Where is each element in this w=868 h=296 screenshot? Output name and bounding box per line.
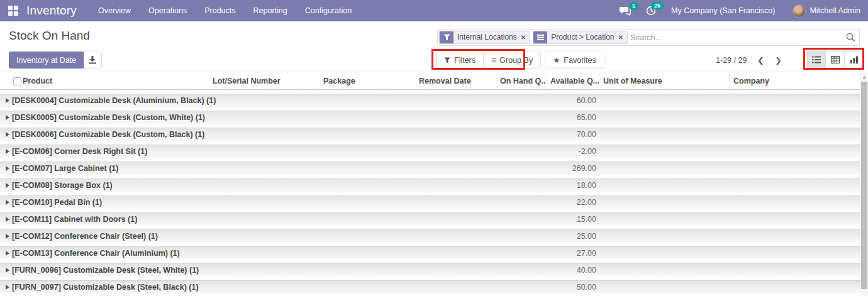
nav-menu: Overview Operations Products Reporting C… bbox=[89, 0, 360, 21]
pager-previous-icon[interactable]: ❮ bbox=[752, 56, 769, 65]
group-row-qty: 50.00 bbox=[577, 281, 596, 293]
group-row-qty: 269.00 bbox=[572, 162, 596, 175]
expand-caret-icon bbox=[6, 166, 9, 171]
group-row[interactable]: [E-COM07] Large Cabinet (1) 269.00 bbox=[0, 162, 860, 175]
column-header-company[interactable]: Company bbox=[729, 74, 853, 89]
panel-divider bbox=[0, 72, 868, 72]
group-row-qty: -2.00 bbox=[579, 145, 597, 158]
expand-caret-icon bbox=[6, 285, 9, 290]
pager-next-icon[interactable]: ❯ bbox=[769, 56, 787, 65]
nav-item-products[interactable]: Products bbox=[196, 0, 244, 21]
group-row-label: [DESK0006] Customizable Desk (Custom, Bl… bbox=[12, 130, 204, 139]
expand-caret-icon bbox=[6, 217, 9, 222]
search-input[interactable] bbox=[630, 33, 846, 42]
pivot-view-button[interactable] bbox=[826, 51, 845, 69]
group-row-qty: 18.00 bbox=[577, 179, 596, 192]
favorites-label: Favorites bbox=[564, 56, 596, 65]
select-all-cell bbox=[0, 74, 23, 89]
group-row-label: [E-COM06] Corner Desk Right Sit (1) bbox=[12, 147, 147, 156]
column-header-available-qty[interactable]: Available Q... bbox=[546, 74, 599, 89]
group-row[interactable]: [DESK0006] Customizable Desk (Custom, Bl… bbox=[0, 128, 860, 141]
group-row[interactable]: [FURN_0096] Customizable Desk (Steel, Wh… bbox=[0, 263, 860, 277]
facet-internal-locations[interactable]: Internal Locations ✕ bbox=[439, 31, 530, 44]
group-row-qty: 25.00 bbox=[577, 230, 596, 243]
apps-grid-icon[interactable] bbox=[8, 6, 18, 16]
group-row-label: [E-COM13] Conference Chair (Aluminium) (… bbox=[12, 249, 180, 258]
top-navbar: Inventory Overview Operations Products R… bbox=[0, 0, 868, 21]
activities-badge: 26 bbox=[651, 2, 664, 9]
vertical-scrollbar[interactable]: ▲ bbox=[860, 72, 868, 296]
column-header-unit-of-measure[interactable]: Unit of Measure bbox=[599, 74, 729, 89]
group-row[interactable]: [DESK0005] Customizable Desk (Custom, Wh… bbox=[0, 111, 860, 124]
view-switcher bbox=[807, 51, 864, 69]
column-header-removal-date[interactable]: Removal Date bbox=[415, 74, 497, 89]
inventory-at-date-button[interactable]: Inventory at Date bbox=[9, 52, 84, 69]
group-row[interactable]: [E-COM12] Conference Chair (Steel) (1) 2… bbox=[0, 229, 860, 243]
expand-caret-icon bbox=[6, 200, 9, 205]
scrollbar-thumb[interactable] bbox=[861, 82, 867, 289]
group-row-qty: 70.00 bbox=[577, 128, 596, 141]
search-bar: Internal Locations ✕ Product > Location … bbox=[437, 29, 860, 46]
group-row-label: [DESK0004] Customizable Desk (Aluminium,… bbox=[12, 96, 216, 105]
select-all-checkbox[interactable] bbox=[13, 77, 21, 85]
nav-item-overview[interactable]: Overview bbox=[89, 0, 140, 21]
expand-caret-icon bbox=[6, 234, 9, 239]
group-row-qty: 22.00 bbox=[577, 196, 596, 209]
pager: 1-29 / 29 ❮ ❯ bbox=[716, 52, 787, 69]
filter-icon bbox=[444, 57, 450, 63]
group-row-label: [E-COM07] Large Cabinet (1) bbox=[12, 164, 118, 173]
expand-caret-icon bbox=[6, 149, 9, 154]
column-header-product[interactable]: Product bbox=[23, 74, 209, 89]
group-row[interactable]: [FURN_0097] Customizable Desk (Steel, Bl… bbox=[0, 280, 860, 293]
scroll-up-icon[interactable]: ▲ bbox=[861, 74, 867, 80]
pager-range: 1-29 / 29 bbox=[716, 56, 747, 65]
activities-icon[interactable]: 26 bbox=[646, 6, 656, 16]
column-header-package[interactable]: Package bbox=[320, 74, 415, 89]
facet-label: Product > Location bbox=[547, 31, 618, 43]
optional-columns-cell: ⋮ bbox=[853, 74, 860, 89]
app-title[interactable]: Inventory bbox=[26, 4, 77, 18]
expand-caret-icon bbox=[6, 115, 9, 120]
list-icon bbox=[812, 56, 821, 63]
group-row[interactable]: [E-COM08] Storage Box (1) 18.00 bbox=[0, 178, 860, 192]
facet-remove-icon[interactable]: ✕ bbox=[521, 31, 530, 43]
user-menu[interactable]: Mitchell Admin bbox=[810, 6, 860, 15]
group-rows: [DESK0004] Customizable Desk (Aluminium,… bbox=[0, 90, 860, 293]
nav-item-operations[interactable]: Operations bbox=[140, 0, 196, 21]
group-row-label: [DESK0005] Customizable Desk (Custom, Wh… bbox=[12, 113, 205, 122]
column-header-lot-serial[interactable]: Lot/Serial Number bbox=[209, 74, 320, 89]
export-download-button[interactable] bbox=[84, 52, 102, 69]
action-buttons: Inventory at Date bbox=[9, 52, 102, 69]
group-row[interactable]: [DESK0004] Customizable Desk (Aluminium,… bbox=[0, 94, 860, 107]
graph-view-button[interactable] bbox=[845, 51, 864, 69]
facet-label: Internal Locations bbox=[453, 31, 521, 43]
search-options: Filters ≡ Group By ★ Favorites bbox=[436, 52, 604, 69]
list-view-button[interactable] bbox=[807, 51, 826, 69]
company-switcher[interactable]: My Company (San Francisco) bbox=[671, 6, 775, 15]
facet-remove-icon[interactable]: ✕ bbox=[618, 31, 627, 43]
nav-item-reporting[interactable]: Reporting bbox=[245, 0, 296, 21]
group-row[interactable]: [E-COM10] Pedal Bin (1) 22.00 bbox=[0, 195, 860, 209]
filter-icon bbox=[440, 31, 453, 43]
expand-caret-icon bbox=[6, 183, 9, 188]
group-row-qty: 27.00 bbox=[577, 247, 596, 260]
group-row[interactable]: [E-COM13] Conference Chair (Aluminium) (… bbox=[0, 246, 860, 260]
group-row[interactable]: [E-COM06] Corner Desk Right Sit (1) -2.0… bbox=[0, 145, 860, 158]
systray: 5 26 My Company (San Francisco) Mitchell… bbox=[620, 4, 868, 18]
facet-product-location[interactable]: Product > Location ✕ bbox=[533, 31, 628, 44]
expand-caret-icon bbox=[6, 98, 9, 103]
group-row-label: [E-COM08] Storage Box (1) bbox=[12, 181, 113, 190]
column-header-on-hand-qty[interactable]: On Hand Q... bbox=[497, 74, 546, 89]
favorites-button[interactable]: ★ Favorites bbox=[545, 52, 604, 69]
messages-badge: 5 bbox=[629, 3, 638, 10]
group-by-label: Group By bbox=[499, 56, 533, 65]
expand-caret-icon bbox=[6, 251, 9, 256]
group-by-button[interactable]: ≡ Group By bbox=[484, 52, 541, 69]
user-avatar[interactable] bbox=[793, 4, 806, 18]
group-row[interactable]: [E-COM11] Cabinet with Doors (1) 15.00 bbox=[0, 212, 860, 226]
filters-button[interactable]: Filters bbox=[436, 52, 484, 69]
search-icon[interactable] bbox=[846, 33, 855, 42]
nav-item-configuration[interactable]: Configuration bbox=[296, 0, 360, 21]
messages-icon[interactable]: 5 bbox=[620, 6, 631, 16]
list-header: Product Lot/Serial Number Package Remova… bbox=[0, 74, 860, 90]
